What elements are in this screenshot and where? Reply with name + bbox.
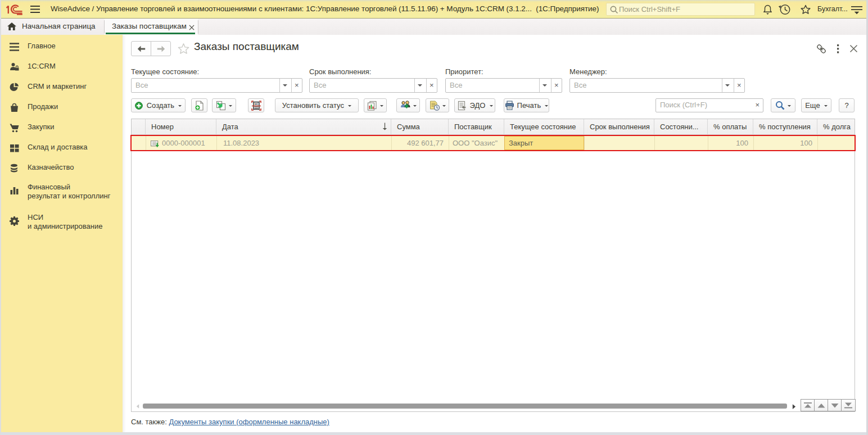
svg-text:1C: 1C [254,102,259,106]
